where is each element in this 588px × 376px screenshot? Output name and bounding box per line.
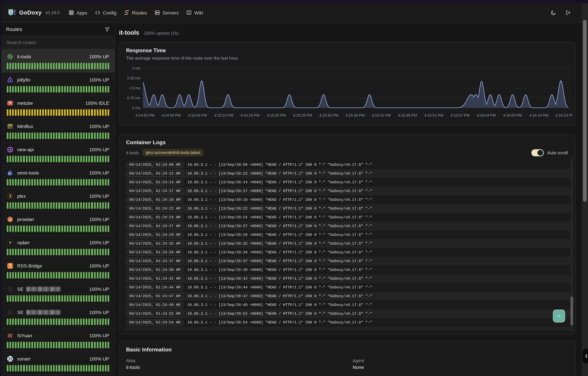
response-time-subtitle: The average response time of the route o… [126, 56, 568, 61]
route-item-header: plex100% UP [7, 193, 109, 199]
container-image-badge[interactable]: ghcr.io/corentinth/it-tools:latest [142, 149, 204, 156]
sidebar-route-item[interactable]: SE100% UP [1, 282, 115, 305]
route-name: new-api [17, 147, 34, 152]
svg-text:4:15:36 PM: 4:15:36 PM [346, 113, 365, 117]
nav-item-label: Wiki [194, 10, 203, 15]
nav-item-apps[interactable]: Apps [68, 10, 87, 15]
route-item-header: SiYuan100% UP [7, 332, 109, 339]
scroll-to-top-button[interactable] [553, 310, 565, 323]
container-logs-title: Container Logs [126, 139, 571, 146]
log-row: 09/14/2025, 01:24:14 AM10.89.3.1 - - [13… [126, 178, 571, 187]
logout-button[interactable] [565, 10, 571, 15]
log-row: 09/14/2025, 01:24:22 AM10.89.3.1 - - [13… [126, 204, 571, 213]
route-item-header: Miniflux100% UP [7, 123, 109, 130]
agent-value: None [353, 365, 568, 370]
svg-text:4:15:46 PM: 4:15:46 PM [398, 113, 417, 117]
app-body: Routes it-tools100% UPjellyfin100% UPmet… [1, 22, 582, 376]
uptime-bars [7, 156, 109, 162]
edge-drawer-tab[interactable] [582, 349, 588, 363]
alias-label: Alias [126, 358, 353, 363]
search-routes-box [1, 36, 115, 50]
basic-information-title: Basic Information [126, 347, 568, 353]
route-item-header: radarr100% UP [7, 239, 109, 246]
svg-text:4:16:09 PM: 4:16:09 PM [503, 113, 522, 117]
sidebar-route-item[interactable]: plex100% UP [1, 189, 115, 212]
sidebar-route-item[interactable]: prowlarr100% UP [1, 212, 115, 236]
nav-item-wiki[interactable]: Wiki [186, 10, 203, 15]
gradient-ring-icon [7, 146, 13, 153]
rss-bridge-icon: rssBridge [7, 262, 13, 269]
route-item-header: metube100% IDLE [7, 100, 109, 106]
logs-viewport[interactable]: 09/14/2025, 01:24:09 AM10.89.3.1 - - [13… [126, 160, 571, 331]
chevron-left-icon [584, 354, 588, 358]
log-message: 10.89.3.1 - - [13/Sep/20:44 +0000] "HEAD… [187, 285, 372, 289]
basic-information-card: Basic Information Alias it-tools Agent N… [119, 341, 576, 376]
plex-chevron-icon [7, 193, 13, 199]
uptime-bars [7, 272, 109, 279]
sidebar-route-item[interactable]: metube100% IDLE [1, 96, 115, 119]
log-message: 10.89.3.1 - - [13/Sep/20:37 +0000] "HEAD… [187, 259, 372, 263]
log-message: 10.89.3.1 - - [13/Sep/20:34 +0000] "HEAD… [187, 250, 372, 254]
main-panel: it-tools 100% uptime (1h) Response Time … [115, 22, 582, 376]
log-timestamp-badge: 09/14/2025, 01:24:49 AM [126, 302, 183, 308]
svg-text:4:14:53 PM: 4:14:53 PM [136, 113, 155, 117]
code-icon [95, 10, 100, 15]
sidebar-route-item[interactable]: SiYuan100% UP [1, 328, 115, 352]
uptime-bars [7, 365, 109, 372]
nav-item-servers[interactable]: Servers [154, 10, 179, 15]
sidebar-route-item[interactable]: it-tools100% UP [1, 50, 115, 73]
search-routes-input[interactable] [1, 36, 115, 49]
response-time-title: Response Time [126, 48, 568, 53]
nav-items: AppsConfigRoutesServersWiki [68, 10, 203, 15]
log-row: 09/14/2025, 01:24:54 AM10.89.3.1 - - [13… [126, 318, 571, 327]
page-title: it-tools [119, 29, 139, 36]
log-timestamp-badge: 09/14/2025, 01:24:29 AM [126, 232, 183, 238]
sidebar-route-item[interactable]: sonarr100% UP [1, 352, 115, 375]
page-header: it-tools 100% uptime (1h) [119, 29, 576, 36]
page-scrollbar [582, 3, 588, 376]
alias-value: it-tools [126, 365, 353, 370]
navbar: GoDoxy v0.18.0 AppsConfigRoutesServersWi… [1, 3, 582, 22]
route-name: Miniflux [17, 124, 33, 129]
route-name: SE [17, 286, 61, 292]
page-scrollbar-thumb[interactable] [583, 20, 587, 202]
sidebar-route-item[interactable]: SE100% UP [1, 305, 115, 328]
route-item-header: rssBridgeRSS-Bridge100% UP [7, 262, 109, 269]
sidebar-route-item[interactable]: rssBridgeRSS-Bridge100% UP [1, 259, 115, 282]
sidebar-route-item[interactable]: jellyfin100% UP [1, 73, 115, 96]
redacted-name-blur [26, 287, 61, 292]
log-timestamp-badge: 09/14/2025, 01:24:09 AM [126, 162, 183, 168]
nav-item-config[interactable]: Config [95, 10, 117, 15]
route-status: 100% UP [89, 356, 109, 362]
logs-subrow: it-tools ghcr.io/corentinth/it-tools:lat… [126, 148, 571, 157]
route-name: RSS-Bridge [17, 263, 42, 269]
nav-item-label: Routes [132, 10, 147, 15]
svg-text:4:15:15 PM: 4:15:15 PM [241, 113, 260, 117]
auto-scroll-toggle[interactable] [532, 149, 544, 156]
nav-item-routes[interactable]: Routes [124, 10, 147, 15]
sidebar-route-item[interactable]: omni-tools100% UP [1, 166, 115, 189]
log-message: 10.89.3.1 - - [13/Sep/20:52 +0000] "HEAD… [187, 312, 372, 316]
log-row: 09/14/2025, 01:24:44 AM10.89.3.1 - - [13… [126, 283, 571, 292]
log-timestamp-badge: 09/14/2025, 01:24:34 AM [126, 249, 183, 256]
prowlarr-icon [7, 216, 13, 223]
log-row: 09/14/2025, 01:24:12 AM10.89.3.1 - - [13… [126, 169, 571, 178]
log-row: 09/14/2025, 01:24:42 AM10.89.3.1 - - [13… [126, 274, 571, 283]
route-list: it-tools100% UPjellyfin100% UPmetube100%… [1, 50, 115, 376]
log-timestamp-badge: 09/14/2025, 01:24:44 AM [126, 284, 183, 291]
log-timestamp-badge: 09/14/2025, 01:24:52 AM [126, 311, 183, 317]
logs-scrollbar-thumb[interactable] [570, 296, 573, 325]
log-message: 10.89.3.1 - - [13/Sep/20:32 +0000] "HEAD… [187, 241, 372, 246]
sidebar-route-item[interactable]: Miniflux100% UP [1, 119, 115, 143]
logs-route-name: it-tools [126, 150, 139, 155]
log-timestamp-badge: 09/14/2025, 01:24:12 AM [126, 170, 183, 177]
filter-icon[interactable] [105, 26, 110, 32]
route-item-header: prowlarr100% UP [7, 216, 109, 223]
theme-toggle-button[interactable] [551, 10, 556, 15]
brand[interactable]: GoDoxy v0.18.0 [7, 8, 60, 18]
uptime-bars [7, 86, 109, 93]
log-row: 09/14/2025, 01:24:24 AM10.89.3.1 - - [13… [126, 213, 571, 222]
sidebar-route-item[interactable]: new-api100% UP [1, 143, 115, 166]
sidebar-route-item[interactable]: radarr100% UP [1, 236, 115, 259]
svg-text:4:16:04 PM: 4:16:04 PM [477, 113, 496, 117]
